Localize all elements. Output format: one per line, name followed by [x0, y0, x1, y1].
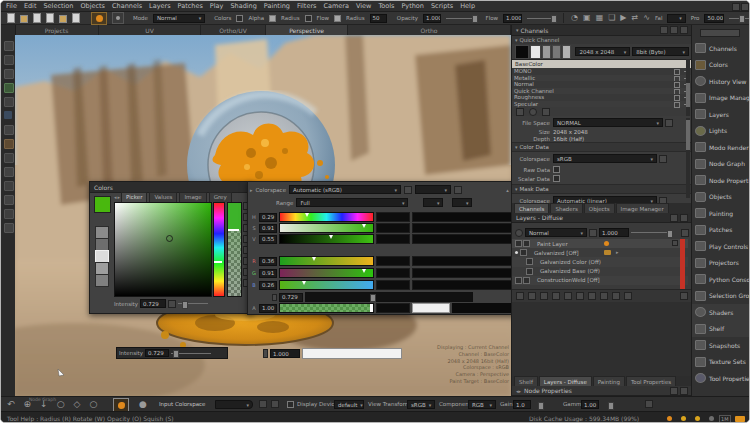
s-field[interactable]: 0.91 — [259, 224, 277, 233]
menu-help[interactable]: Help — [460, 2, 475, 10]
floating-alpha-field[interactable]: 1.000 — [270, 349, 300, 358]
b-field[interactable]: 0.26 — [259, 281, 277, 290]
g-bar[interactable] — [279, 268, 374, 278]
swatch-grey-b[interactable] — [552, 45, 561, 59]
expand-icon[interactable]: ▸ — [250, 187, 253, 193]
quick-channel-row[interactable]: ▾ Quick Channel — [512, 36, 692, 44]
menu-shading[interactable]: Shading — [230, 2, 256, 10]
layers-panel-header[interactable]: Layers - Diffuse — [512, 213, 692, 223]
colorspace-dropdown[interactable]: Automatic (sRGB) — [289, 185, 401, 194]
drop-icon[interactable]: ↓ — [40, 400, 48, 408]
tab-picker[interactable]: Picker — [121, 192, 147, 202]
hue-strip[interactable] — [213, 202, 225, 297]
flow-slider[interactable] — [527, 18, 555, 19]
sidebar-item-history-view[interactable]: History View — [692, 73, 750, 90]
node-props-close-icon[interactable] — [680, 387, 688, 395]
sidebar-item-play-controls[interactable]: Play Controls — [692, 238, 750, 255]
color-data-section[interactable]: Color Data — [512, 142, 692, 152]
eraser-mode-button[interactable] — [112, 12, 124, 24]
new-paint-layer-icon[interactable] — [516, 292, 524, 300]
floating-intensity-field[interactable]: 0.729 — [145, 349, 169, 357]
transfer-layer-icon[interactable] — [612, 292, 620, 300]
channel-row[interactable]: Specular — [512, 101, 692, 108]
tab-projects[interactable]: Projects — [15, 25, 99, 35]
sidebar-item-python-console[interactable]: Python Console — [692, 271, 750, 288]
clone-tool-icon[interactable] — [4, 111, 12, 119]
layer-options-icon[interactable] — [680, 292, 688, 300]
intensity-slider[interactable] — [178, 303, 208, 304]
swatch-grey-c[interactable] — [562, 45, 571, 59]
circle-select-icon[interactable]: ○ — [57, 400, 65, 408]
zoom-tool-icon[interactable] — [4, 69, 14, 79]
tab-objects[interactable]: Objects — [584, 203, 615, 213]
swatch-grey-a[interactable] — [542, 45, 551, 59]
image-icon[interactable]: ▣ — [583, 14, 591, 22]
range-dropdown[interactable]: Full — [296, 198, 408, 207]
v-bar[interactable] — [279, 234, 374, 244]
window-minimize-icon[interactable] — [732, 3, 740, 11]
share-layer-icon[interactable] — [600, 292, 608, 300]
remove-channel-icon[interactable] — [542, 108, 550, 116]
alpha-strip[interactable] — [227, 202, 242, 297]
blur-tool-icon[interactable] — [4, 125, 14, 135]
b-bar[interactable] — [279, 280, 374, 290]
menu-python[interactable]: Python — [401, 2, 424, 10]
save-project-icon[interactable] — [33, 13, 41, 23]
select-tool-icon[interactable] — [4, 41, 14, 51]
menu-filters[interactable]: Filters — [297, 2, 316, 10]
alpha-stepper-icon[interactable] — [263, 349, 268, 358]
window-close-icon[interactable] — [741, 3, 749, 11]
mode-dropdown[interactable]: Normal — [153, 14, 205, 23]
panel-intensity-field[interactable]: 0.729 — [279, 293, 303, 302]
tab-layers-diffuse[interactable]: Layers - Diffuse — [539, 376, 592, 386]
g-field[interactable]: 0.91 — [259, 269, 277, 278]
paper-icon[interactable] — [259, 400, 267, 408]
menu-scripts[interactable]: Scripts — [431, 2, 453, 10]
layer-adjust-icon[interactable] — [672, 240, 678, 246]
file-space-dropdown[interactable]: NORMAL — [553, 118, 663, 127]
add-channel-icon[interactable] — [516, 108, 524, 116]
s-bar[interactable] — [279, 223, 374, 233]
blend-mode-dropdown[interactable]: Normal — [525, 228, 587, 237]
layer-lock-icon[interactable] — [523, 240, 530, 247]
a-bar[interactable] — [279, 303, 374, 313]
sidebar-item-shaders[interactable]: Shaders — [692, 304, 750, 321]
colorspace-auto-icon[interactable] — [659, 155, 667, 163]
pen-icon[interactable] — [271, 400, 279, 408]
sidebar-item-painting[interactable]: Painting — [692, 205, 750, 222]
opacity-slider[interactable] — [446, 18, 476, 19]
cache-folder-icon[interactable] — [735, 416, 745, 422]
tab-image-manager[interactable]: Image Manager — [616, 203, 669, 213]
clock-icon[interactable]: ◔ — [571, 14, 578, 22]
layer-row-galvanized-base[interactable]: Galvanized Base (Off) — [512, 267, 688, 276]
transform-icon[interactable]: ⊕ — [24, 400, 32, 408]
pinup-tool-icon[interactable] — [4, 223, 14, 233]
gradient-tool-icon[interactable] — [4, 153, 14, 163]
tab-uv[interactable]: UV — [99, 25, 201, 35]
tab-shaders[interactable]: Shaders — [550, 203, 582, 213]
channels-collapse-icon[interactable]: ▾ — [516, 27, 519, 33]
sidebar-item-objects[interactable]: Objects — [692, 189, 750, 206]
channel-cache-icon[interactable] — [674, 102, 680, 108]
layer-row-galvanized[interactable]: Galvanized [Off] ▸ — [512, 248, 688, 257]
sidebar-item-node-graph[interactable]: Node Graph — [692, 156, 750, 173]
sidebar-item-lights[interactable]: Lights — [692, 123, 750, 140]
sidebar-menu-icon[interactable] — [700, 29, 740, 37]
sidebar-item-snapshots[interactable]: Snapshots — [692, 337, 750, 354]
tab-grey[interactable]: Grey — [209, 192, 232, 202]
layer-amount-field[interactable]: 1.000 — [599, 228, 629, 237]
layer-amount-slider[interactable] — [631, 232, 671, 233]
channels-panel-pin-icon[interactable] — [660, 26, 668, 34]
add-layer-icon[interactable] — [681, 229, 689, 237]
menu-edit[interactable]: Edit — [24, 2, 37, 10]
active-brush-button[interactable] — [113, 398, 129, 412]
colorspace-aux-dropdown[interactable] — [415, 185, 451, 194]
sidebar-item-image-manager[interactable]: Image Manager — [692, 90, 750, 107]
floating-alpha-bar[interactable] — [302, 348, 402, 359]
profile-field[interactable]: 50.000 — [704, 14, 724, 23]
tab-shelf[interactable]: Shelf — [514, 376, 538, 386]
smear-tool-icon[interactable] — [4, 97, 14, 107]
sidebar-item-colors[interactable]: Colors — [692, 57, 750, 74]
range-min-dropdown[interactable] — [423, 198, 443, 207]
h-field[interactable]: 0.29 — [259, 213, 277, 222]
